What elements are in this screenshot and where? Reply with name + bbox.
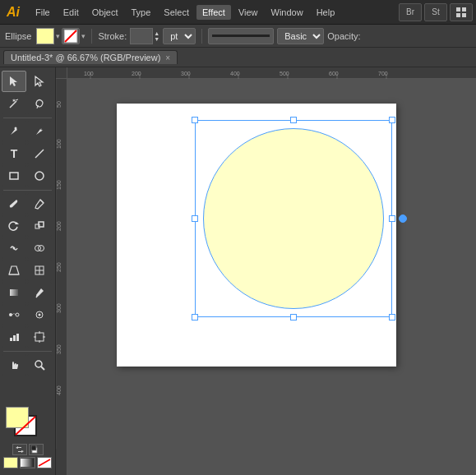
menu-edit[interactable]: Edit (58, 5, 85, 20)
stroke-type-select[interactable]: ptpx (163, 28, 196, 44)
shape-builder-tool[interactable] (27, 238, 52, 259)
svg-rect-2 (456, 13, 460, 17)
fill-color-swatch[interactable] (36, 28, 54, 44)
handle-top-right[interactable] (389, 117, 395, 123)
tool-row-2 (2, 93, 53, 114)
handle-top-center[interactable] (290, 117, 297, 123)
paintbrush-tool[interactable] (2, 193, 26, 214)
menu-window[interactable]: Window (266, 5, 309, 20)
svg-line-43 (41, 367, 44, 370)
scale-tool[interactable] (27, 215, 52, 237)
stroke-icon[interactable] (62, 28, 80, 44)
fill-dropdown-arrow[interactable]: ▾ (56, 32, 60, 40)
menu-view[interactable]: View (233, 5, 264, 20)
perspective-tool[interactable] (2, 260, 26, 281)
pen-tool[interactable] (2, 121, 26, 142)
menu-help[interactable]: Help (311, 5, 341, 20)
tab-bar: Untitled-3* @ 66.67% (RGB/Preview) × (0, 48, 476, 67)
gradient-fill-icon[interactable] (20, 457, 35, 468)
rotate-tool[interactable] (2, 215, 26, 237)
line-tool[interactable] (27, 143, 52, 164)
handle-middle-right[interactable] (389, 215, 395, 222)
handle-bottom-center[interactable] (290, 314, 297, 321)
svg-text:200: 200 (56, 221, 62, 231)
svg-text:100: 100 (84, 71, 94, 76)
ellipse-shape[interactable] (203, 128, 384, 309)
no-fill-icon[interactable] (37, 457, 52, 468)
svg-text:100: 100 (56, 139, 62, 149)
handle-center-indicator[interactable] (399, 214, 407, 223)
svg-rect-37 (35, 333, 44, 341)
blend-tool[interactable] (2, 304, 26, 325)
menu-type[interactable]: Type (126, 5, 157, 20)
stroke-style-preview[interactable] (208, 28, 274, 44)
handle-middle-left[interactable] (192, 215, 198, 222)
menu-effect[interactable]: Effect (196, 5, 231, 20)
add-anchor-tool[interactable]: + (27, 121, 52, 142)
svg-text:300: 300 (56, 303, 62, 313)
shape-type-label: Ellipse (5, 31, 31, 41)
lasso-tool[interactable] (27, 93, 52, 114)
column-graph-tool[interactable] (2, 326, 26, 348)
tool-sep-1 (3, 118, 52, 118)
tool-row-9 (2, 260, 53, 281)
artboard-tool[interactable] (27, 326, 52, 348)
default-colors-icon[interactable] (29, 444, 44, 455)
warp-tool[interactable] (2, 238, 26, 259)
handle-bottom-right[interactable] (389, 314, 395, 321)
svg-text:+: + (39, 127, 43, 133)
svg-rect-28 (10, 289, 18, 296)
svg-rect-1 (462, 7, 466, 12)
svg-line-8 (10, 101, 16, 108)
svg-point-12 (15, 127, 17, 130)
color-mode-row (3, 444, 52, 455)
menu-object[interactable]: Object (86, 5, 124, 20)
menu-right-icons: Br St (399, 3, 473, 21)
solid-color-icon[interactable] (3, 457, 18, 468)
pencil-tool[interactable] (27, 193, 52, 214)
direct-select-tool[interactable] (27, 71, 52, 92)
type-tool[interactable]: T (2, 143, 26, 164)
canvas-content[interactable] (67, 79, 476, 475)
handle-bottom-left[interactable] (192, 314, 198, 321)
bridge-icon[interactable]: Br (399, 3, 422, 21)
svg-text:250: 250 (56, 262, 62, 272)
tool-row-12 (2, 326, 53, 348)
handle-top-left[interactable] (192, 117, 198, 123)
symbol-tool[interactable] (27, 304, 52, 325)
style-select[interactable]: Basic (277, 28, 324, 44)
eyedropper-tool[interactable] (27, 282, 52, 303)
toolbox-colors (2, 404, 53, 472)
menu-select[interactable]: Select (158, 5, 195, 20)
stroke-none-indicator (14, 415, 37, 436)
stroke-up-arrow[interactable]: ▲ (154, 30, 159, 36)
gradient-tool[interactable] (2, 282, 26, 303)
stroke-down-arrow[interactable]: ▼ (154, 36, 159, 42)
svg-rect-46 (31, 445, 36, 450)
tab-close-button[interactable]: × (165, 53, 170, 62)
stroke-weight-input[interactable] (130, 28, 153, 44)
tab-title: Untitled-3* @ 66.67% (RGB/Preview) (11, 53, 160, 62)
rectangle-tool[interactable] (2, 165, 26, 187)
ellipse-selected[interactable] (195, 120, 392, 317)
separator-2 (201, 29, 202, 44)
canvas-area: 100 200 300 400 500 600 700 50 100 (56, 67, 476, 475)
select-tool[interactable] (2, 71, 26, 92)
swap-colors-icon[interactable] (12, 444, 27, 455)
svg-text:400: 400 (56, 385, 62, 395)
hand-tool[interactable] (2, 354, 26, 376)
document-tab[interactable]: Untitled-3* @ 66.67% (RGB/Preview) × (3, 50, 178, 64)
workspace-grid-icon[interactable] (450, 3, 473, 21)
svg-marker-7 (35, 76, 43, 86)
stroke-color-dropdown-arrow[interactable]: ▾ (81, 32, 85, 40)
mesh-tool[interactable] (27, 260, 52, 281)
svg-rect-35 (13, 335, 16, 341)
zoom-tool[interactable] (27, 354, 52, 376)
menu-file[interactable]: File (30, 5, 56, 20)
stock-icon[interactable]: St (424, 3, 447, 21)
ellipse-tool[interactable] (27, 165, 52, 187)
magic-wand-tool[interactable] (2, 93, 26, 114)
toolbox: + T (0, 67, 56, 475)
svg-rect-36 (16, 334, 19, 341)
svg-point-33 (39, 314, 41, 316)
